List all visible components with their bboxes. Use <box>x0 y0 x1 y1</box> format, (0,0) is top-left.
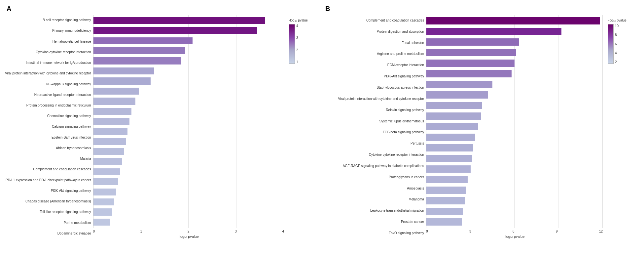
bar <box>426 70 512 78</box>
bar-row <box>93 25 284 35</box>
bar-row <box>426 68 603 79</box>
panel-b: B Complement and coagulation cascadesPro… <box>322 3 641 254</box>
panel-a-chart-area: B cell receptor signaling pathwayPrimary… <box>5 15 320 239</box>
bar-row <box>93 96 284 106</box>
bar-row <box>426 26 603 37</box>
bar <box>93 47 185 54</box>
bar-row <box>93 126 284 136</box>
bar-row <box>426 153 603 164</box>
panel-a-legend-ticks: 4321 <box>295 24 298 64</box>
y-axis-label: Epstein-Barr virus infection <box>5 132 91 143</box>
panel-a-x-labels: 01234 <box>93 228 284 233</box>
y-axis-label: PD-L1 expression and PD-1 checkpoint pat… <box>5 175 91 186</box>
panel-b-bars-section: 036912 -log₁₀ pvalue <box>426 15 603 239</box>
bar-row <box>426 217 603 227</box>
bar <box>426 60 515 67</box>
y-axis-label: Amoebiasis <box>324 183 424 194</box>
bar <box>93 17 265 24</box>
bar <box>93 178 118 185</box>
y-axis-label: NF-kappa B signaling pathway <box>5 79 91 89</box>
bar-row <box>93 46 284 56</box>
y-axis-label: Complement and coagulation cascades <box>324 15 424 26</box>
y-axis-label: Proteoglycans in cancer <box>324 172 424 183</box>
legend-tick: 2 <box>296 48 298 52</box>
panel-b-legend-title: -log₁₀ pvalue <box>608 18 626 22</box>
y-axis-label: PI3K-Akt signaling pathway <box>5 186 91 196</box>
bar <box>93 148 124 155</box>
x-tick-label: 9 <box>556 230 558 233</box>
bar <box>426 102 482 109</box>
bar <box>93 77 151 84</box>
panel-b-y-axis: Complement and coagulation cascadesProte… <box>324 15 426 239</box>
bar <box>93 138 126 145</box>
bar <box>93 208 113 215</box>
bar <box>426 144 473 152</box>
bar-row <box>426 16 603 26</box>
x-tick-label: 12 <box>599 230 603 233</box>
y-axis-label: AGE-RAGE signaling pathway in diabetic c… <box>324 160 424 172</box>
panel-a-legend-title: -log₁₀ pvalue <box>289 18 308 22</box>
y-axis-label: Viral protein interaction with cytokine … <box>324 93 424 105</box>
bar-row <box>426 47 603 58</box>
bar-row <box>93 86 284 96</box>
bar-row <box>426 206 603 217</box>
bar <box>426 49 516 57</box>
bar <box>426 165 471 173</box>
x-tick-label: 0 <box>93 230 95 233</box>
panel-b-bars-and-legend: 036912 -log₁₀ pvalue -log₁₀ pvalue 10864… <box>426 15 639 239</box>
y-axis-label: Protein digestion and absorption <box>324 26 424 37</box>
bar <box>426 123 478 131</box>
bar <box>93 98 135 105</box>
bar-row <box>93 76 284 86</box>
legend-tick: 6 <box>615 42 619 46</box>
bar <box>426 91 488 99</box>
bar <box>93 118 130 125</box>
bar <box>426 218 462 226</box>
legend-tick: 1 <box>296 60 298 64</box>
y-axis-label: Toll-like receptor signaling pathway <box>5 207 91 217</box>
y-axis-label: Melanoma <box>324 194 424 205</box>
bar-row <box>426 111 603 121</box>
y-axis-label: Staphylococcus aureus infection <box>324 82 424 93</box>
bar <box>426 112 481 120</box>
panel-a-legend: -log₁₀ pvalue 4321 <box>284 15 320 67</box>
bar-row <box>426 143 603 153</box>
bar <box>93 219 111 226</box>
bar <box>426 38 519 46</box>
panel-b-legend-bar <box>608 24 614 64</box>
y-axis-label: Cytokine-cytokine receptor interaction <box>5 47 91 58</box>
bar-row <box>93 106 284 116</box>
y-axis-label: Pertussis <box>324 138 424 149</box>
bar-row <box>93 16 284 25</box>
y-axis-label: Complement and coagulation cascades <box>5 164 91 175</box>
bar <box>426 208 463 215</box>
bar <box>426 176 468 184</box>
bar-row <box>426 121 603 132</box>
bar <box>93 37 193 44</box>
bar-row <box>93 207 284 217</box>
bar <box>93 128 128 135</box>
panel-a-x-title: -log₁₀ pvalue <box>93 235 284 239</box>
bar <box>426 17 600 25</box>
x-tick-label: 4 <box>282 230 284 233</box>
bar <box>426 197 465 205</box>
panel-b-bars-wrapper <box>426 15 603 228</box>
bar <box>426 81 492 88</box>
bar-row <box>426 164 603 174</box>
bar <box>93 158 122 165</box>
y-axis-label: Leukocyte transendothelial migration <box>324 205 424 216</box>
bar-row <box>93 116 284 126</box>
y-axis-label: Arginine and proline metabolism <box>324 49 424 60</box>
y-axis-label: Protein processing in endoplasmic reticu… <box>5 100 91 111</box>
y-axis-label: FoxO signaling pathway <box>324 228 424 239</box>
legend-tick: 4 <box>296 24 298 28</box>
bar <box>93 189 116 195</box>
y-axis-label: Neuroactive ligand-receptor interaction <box>5 90 91 100</box>
panel-b-legend-gradient: 108642 <box>608 24 619 64</box>
bar-row <box>426 132 603 143</box>
bar-row <box>93 66 284 76</box>
bar-row <box>93 147 284 156</box>
charts-container: A B cell receptor signaling pathwayPrima… <box>3 3 641 254</box>
y-axis-label: African trypanosomiasis <box>5 143 91 153</box>
y-axis-label: ECM-receptor interaction <box>324 60 424 71</box>
